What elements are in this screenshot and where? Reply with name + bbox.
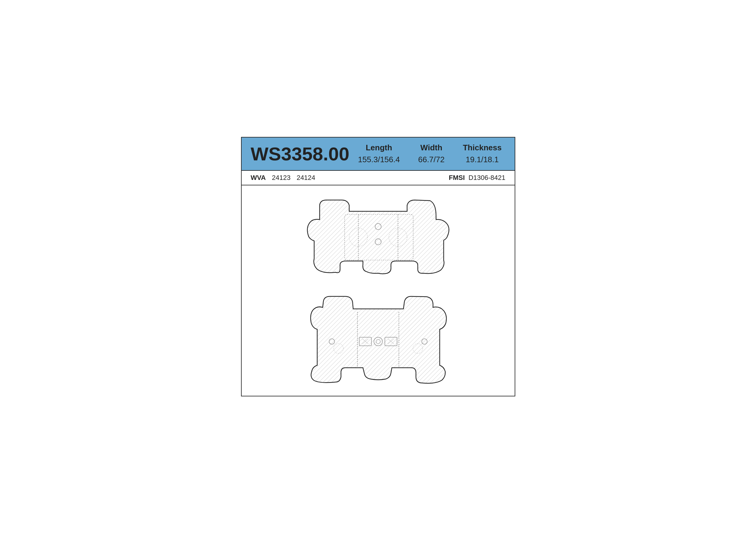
width-label: Width [418, 143, 445, 153]
fmsi-section: FMSI D1306-8421 [449, 174, 505, 182]
product-card: WS3358.00 Length 155.3/156.4 Width 66.7/… [241, 137, 515, 396]
wva-label: WVA [251, 174, 266, 182]
brake-pad-top [284, 191, 472, 283]
part-number: WS3358.00 [251, 143, 354, 165]
brake-pad-bottom [284, 292, 472, 387]
dimension-width: Width 66.7/72 [418, 143, 445, 164]
thickness-label: Thickness [463, 143, 501, 153]
drawing-area [242, 185, 515, 396]
dimension-thickness: Thickness 19.1/18.1 [463, 143, 501, 164]
width-value: 66.7/72 [418, 155, 445, 164]
fmsi-value: D1306-8421 [468, 174, 505, 182]
wva-section: WVA 24123 24124 [251, 174, 443, 182]
info-row: WVA 24123 24124 FMSI D1306-8421 [242, 171, 515, 185]
length-label: Length [358, 143, 400, 153]
length-value: 155.3/156.4 [358, 155, 400, 164]
dimension-length: Length 155.3/156.4 [358, 143, 400, 164]
wva-value-1: 24123 [272, 174, 290, 182]
header: WS3358.00 Length 155.3/156.4 Width 66.7/… [242, 137, 515, 171]
thickness-value: 19.1/18.1 [463, 155, 501, 164]
wva-value-2: 24124 [296, 174, 315, 182]
dimensions-section: Length 155.3/156.4 Width 66.7/72 Thickne… [354, 143, 505, 164]
fmsi-label: FMSI [449, 174, 465, 182]
